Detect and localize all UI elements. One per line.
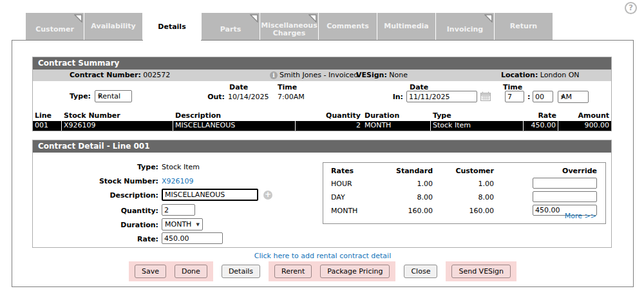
rate-customer: 160.00 xyxy=(430,207,494,215)
detail-rate-label: Rate: xyxy=(62,235,158,243)
time-colon: : xyxy=(527,93,530,101)
rate-standard: 160.00 xyxy=(368,207,433,215)
override-day-input[interactable] xyxy=(533,191,597,202)
col-header-description: Description xyxy=(173,111,296,121)
in-label: In: xyxy=(381,93,403,101)
out-date-value: 10/14/2025 xyxy=(228,93,269,101)
in-minute-input[interactable] xyxy=(533,91,553,102)
standard-header: Standard xyxy=(368,167,433,175)
help-icon[interactable]: ? xyxy=(625,2,637,14)
tab-details[interactable]: Details xyxy=(143,13,201,41)
add-rental-detail-link[interactable]: Click here to add rental contract detail xyxy=(254,252,391,260)
override-hour-input[interactable] xyxy=(533,178,597,189)
tab-customer[interactable]: Customer xyxy=(26,13,84,40)
col-header-duration: Duration xyxy=(363,111,431,121)
contract-number: Contract Number: 002572 xyxy=(70,70,170,81)
location-label: Location: xyxy=(501,71,538,79)
cell-type: Stock Item xyxy=(431,121,524,131)
vesign-value: None xyxy=(389,71,408,79)
tab-label: Availability xyxy=(91,23,135,30)
highlight-group-send-vesign: Send VESign xyxy=(446,261,516,281)
out-label: Out: xyxy=(197,93,225,101)
line-item-row-selected[interactable]: 001 X926109 MISCELLANEOUS 2 MONTH Stock … xyxy=(33,121,611,131)
stock-number-link[interactable]: X926109 xyxy=(162,177,194,185)
cell-amount: 900.00 xyxy=(558,121,611,131)
calendar-icon[interactable] xyxy=(480,91,491,103)
tab-return[interactable]: Return xyxy=(495,13,553,40)
tab-label: Customer xyxy=(35,26,74,33)
send-vesign-button[interactable]: Send VESign xyxy=(451,265,511,278)
tab-miscellaneous-charges[interactable]: Miscellaneous Charges xyxy=(260,13,318,40)
chevron-down-icon: ▼ xyxy=(196,222,200,227)
out-time-header: Time xyxy=(278,83,297,91)
contract-detail-section: Contract Detail - Line 001 Type: Stock I… xyxy=(32,140,612,248)
tab-label: Return xyxy=(510,23,537,30)
location: Location: London ON xyxy=(501,70,580,81)
col-header-type: Type xyxy=(431,111,524,121)
in-hour-input[interactable] xyxy=(505,91,524,102)
rate-input[interactable] xyxy=(162,232,223,244)
tab-label: Invoicing xyxy=(447,26,483,33)
customer-status-text: Smith Jones - Invoiced xyxy=(279,70,358,81)
cell-quantity: 2 xyxy=(296,121,363,131)
out-date-header: Date xyxy=(229,83,248,91)
done-button[interactable]: Done xyxy=(175,265,207,278)
details-panel: Contract Summary Contract Number: 002572… xyxy=(12,40,634,287)
add-icon[interactable]: + xyxy=(263,191,272,200)
tab-comments[interactable]: Comments xyxy=(319,13,377,40)
save-button[interactable]: Save xyxy=(135,265,166,278)
cell-stock-number: X926109 xyxy=(62,121,173,131)
rate-period: HOUR xyxy=(331,180,352,188)
duration-select[interactable]: MONTH ▼ xyxy=(162,218,203,230)
more-rates-link[interactable]: More >> xyxy=(565,212,596,220)
customer-header: Customer xyxy=(430,167,494,175)
col-header-line: Line xyxy=(33,111,62,121)
tab-availability[interactable]: Availability xyxy=(84,13,142,40)
col-header-quantity: Quantity xyxy=(296,111,363,121)
action-button-row: Save Done Details Rerent Package Pricing… xyxy=(12,261,633,281)
details-button[interactable]: Details xyxy=(222,265,260,278)
page-fold-icon xyxy=(250,14,258,23)
rate-customer: 1.00 xyxy=(430,180,494,188)
info-icon[interactable]: i xyxy=(270,71,278,79)
contract-summary-title: Contract Summary xyxy=(33,57,611,70)
page-fold-icon xyxy=(74,14,82,23)
cell-description: MISCELLANEOUS xyxy=(173,121,296,131)
contract-number-value: 002572 xyxy=(143,71,170,79)
highlight-group-rerent-package: Rerent Package Pricing xyxy=(269,261,395,281)
detail-quantity-label: Quantity: xyxy=(62,207,158,215)
tab-bar: Customer Availability Details Parts Misc… xyxy=(26,13,553,41)
tab-invoicing[interactable]: Invoicing xyxy=(436,13,494,40)
page-fold-icon xyxy=(308,14,317,23)
in-ampm-select[interactable]: AM ▼ xyxy=(558,91,589,103)
description-input[interactable] xyxy=(162,189,258,201)
rate-period: MONTH xyxy=(331,207,357,215)
chevron-down-icon: ▼ xyxy=(561,95,564,100)
detail-type-value: Stock Item xyxy=(162,163,200,171)
rates-header: Rates xyxy=(331,167,354,175)
cell-duration: MONTH xyxy=(363,121,431,131)
col-header-amount: Amount xyxy=(558,111,611,121)
contract-detail-title: Contract Detail - Line 001 xyxy=(33,140,611,153)
type-label: Type: xyxy=(59,92,91,100)
close-button[interactable]: Close xyxy=(404,265,437,278)
line-items-table: Line Stock Number Description Quantity D… xyxy=(33,111,611,131)
vesign-label: VESign: xyxy=(356,71,387,79)
tab-parts[interactable]: Parts xyxy=(202,13,260,40)
tab-multimedia[interactable]: Multimedia xyxy=(377,13,435,40)
in-date-input[interactable] xyxy=(406,91,477,102)
contract-type-select[interactable]: Rental ▼ xyxy=(95,90,132,102)
package-pricing-button[interactable]: Package Pricing xyxy=(320,265,390,278)
cell-line: 001 xyxy=(33,121,62,131)
tab-label: Miscellaneous Charges xyxy=(261,22,317,37)
quantity-input[interactable] xyxy=(162,204,195,216)
contract-summary-form: Type: Rental ▼ Date Time Out: 10/14/2025… xyxy=(33,81,611,111)
tab-label: Parts xyxy=(220,26,241,33)
col-header-stock-number: Stock Number xyxy=(62,111,173,121)
location-value: London ON xyxy=(540,71,580,79)
rates-panel: Rates Standard Customer Override HOUR 1.… xyxy=(323,162,606,224)
contract-number-label: Contract Number: xyxy=(70,71,141,79)
out-time-value: 7:00AM xyxy=(278,93,305,101)
detail-duration-label: Duration: xyxy=(62,221,158,229)
rerent-button[interactable]: Rerent xyxy=(274,265,312,278)
